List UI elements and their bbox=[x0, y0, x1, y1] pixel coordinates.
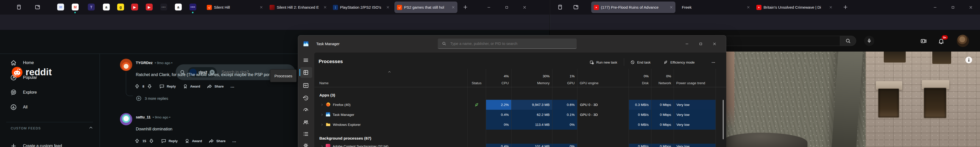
maximize-button[interactable] bbox=[947, 3, 959, 11]
maximize-button[interactable] bbox=[501, 3, 512, 11]
minimize-button[interactable] bbox=[929, 3, 941, 11]
more-options-button[interactable]: … bbox=[232, 139, 237, 143]
tab-close-icon[interactable] bbox=[747, 6, 750, 9]
tab-close-icon[interactable] bbox=[323, 6, 327, 9]
downvote-icon[interactable] bbox=[147, 84, 153, 89]
youtube-search-button[interactable] bbox=[840, 36, 856, 46]
group-header-apps[interactable]: Apps (3) bbox=[319, 93, 335, 98]
task-manager-search-input[interactable] bbox=[450, 41, 567, 46]
column-header-status[interactable]: Status bbox=[468, 81, 486, 85]
expand-chevron-icon[interactable] bbox=[320, 123, 324, 126]
expand-replies-icon[interactable] bbox=[136, 95, 142, 101]
details-icon[interactable] bbox=[303, 131, 309, 137]
tab-preflood-ruins-active[interactable]: (177) Pre-Flood Ruins of Advance bbox=[591, 2, 675, 13]
tab-ps2-games-active[interactable]: PS2 games that still hol bbox=[395, 2, 457, 13]
share-icon[interactable] bbox=[207, 84, 212, 89]
tab-close-icon[interactable] bbox=[670, 6, 673, 9]
upvote-icon[interactable] bbox=[134, 138, 140, 144]
award-icon[interactable] bbox=[184, 138, 190, 144]
processes-icon[interactable] bbox=[303, 70, 309, 76]
tab-silent-hill[interactable]: Silent Hill bbox=[204, 2, 266, 13]
tab-overview-icon[interactable] bbox=[573, 4, 579, 10]
tab-silent-hill-2[interactable]: Silent Hill 2: Enhanced E bbox=[267, 2, 329, 13]
sidebar-item-create-custom-feed[interactable]: Create a custom feed bbox=[0, 139, 99, 147]
tab-close-icon[interactable] bbox=[829, 6, 832, 9]
close-button[interactable] bbox=[519, 3, 530, 11]
more-options-button[interactable]: … bbox=[230, 84, 235, 89]
column-header-cpu[interactable]: CPU bbox=[486, 81, 509, 85]
task-manager-search-box[interactable] bbox=[438, 38, 577, 49]
comment-username[interactable]: TYGRDez bbox=[136, 61, 153, 65]
column-separator[interactable] bbox=[716, 69, 716, 147]
expand-chevron-icon[interactable] bbox=[320, 113, 324, 116]
dots-pinned-tab[interactable]: ··· bbox=[160, 3, 167, 11]
column-header-network[interactable]: Network bbox=[651, 81, 671, 85]
more-replies-label[interactable]: 3 more replies bbox=[145, 96, 168, 101]
new-tab-button[interactable] bbox=[843, 4, 848, 10]
award-button[interactable]: Award bbox=[190, 84, 200, 88]
amazon-pinned-tab[interactable]: a bbox=[103, 3, 110, 11]
sidebar-item-explore[interactable]: Explore bbox=[0, 85, 99, 100]
reply-icon[interactable] bbox=[159, 84, 165, 89]
performance-icon[interactable] bbox=[303, 82, 309, 89]
close-button[interactable] bbox=[965, 3, 977, 11]
process-row-firefox[interactable]: Firefox (40) bbox=[314, 100, 350, 110]
startup-apps-icon[interactable] bbox=[303, 106, 309, 112]
upvote-icon[interactable] bbox=[134, 84, 140, 89]
chevron-up-icon[interactable] bbox=[88, 125, 94, 130]
sidebar-item-home[interactable]: Home bbox=[0, 55, 99, 70]
video-player-2-pinned-tab[interactable]: ▶ bbox=[146, 3, 153, 11]
maximize-button[interactable] bbox=[695, 40, 706, 48]
column-header-disk[interactable]: Disk bbox=[629, 81, 649, 85]
group-header-background[interactable]: Background processes (67) bbox=[319, 136, 371, 141]
voice-search-button[interactable] bbox=[864, 36, 874, 46]
expand-chevron-icon[interactable] bbox=[320, 145, 324, 147]
sidebar-item-all[interactable]: All bbox=[0, 100, 99, 114]
column-header-name[interactable]: Name bbox=[319, 81, 329, 85]
share-button[interactable]: Share bbox=[216, 139, 226, 143]
reply-button[interactable]: Reply bbox=[169, 139, 177, 143]
users-icon[interactable] bbox=[303, 119, 309, 125]
avatar[interactable] bbox=[120, 59, 132, 71]
app-history-icon[interactable] bbox=[303, 95, 309, 101]
more-replies-row[interactable]: 3 more replies bbox=[136, 95, 168, 101]
process-row-windows-explorer[interactable]: Windows Explorer bbox=[314, 120, 361, 130]
award-icon[interactable] bbox=[183, 84, 188, 89]
purple-t-pinned-tab[interactable]: T bbox=[88, 3, 95, 11]
new-tab-button[interactable] bbox=[463, 4, 468, 10]
run-new-task-button[interactable]: Run new task bbox=[589, 59, 617, 66]
column-separator[interactable] bbox=[628, 69, 629, 147]
tab-close-icon[interactable] bbox=[259, 6, 263, 9]
video-info-card-icon[interactable] bbox=[966, 57, 972, 63]
comment-username[interactable]: sattu_11 bbox=[136, 115, 151, 119]
scrollbar-thumb[interactable] bbox=[723, 100, 724, 139]
process-row-task-manager[interactable]: Task Manager bbox=[314, 110, 354, 120]
tab-playstation-isos[interactable]: PlayStation 2/PS2 ISO's bbox=[330, 2, 392, 13]
column-header-memory[interactable]: Memory bbox=[512, 81, 550, 85]
cdk-pinned-tab[interactable]: CDK bbox=[189, 3, 196, 11]
tab-overview-icon[interactable] bbox=[35, 4, 41, 10]
amazon-2-pinned-tab[interactable]: a bbox=[175, 3, 182, 11]
minimize-button[interactable] bbox=[483, 3, 495, 11]
yellow-g-pinned-tab[interactable]: g bbox=[117, 3, 124, 11]
services-icon[interactable] bbox=[303, 142, 309, 147]
video-player-pinned-tab[interactable]: ▶ bbox=[131, 3, 138, 11]
efficiency-mode-button[interactable]: Efficiency mode bbox=[663, 59, 695, 66]
process-row-adobe[interactable]: Adobe Content Synchronizer (32 bit) bbox=[314, 144, 388, 147]
tab-britains-unsolved-crimewave[interactable]: Britain's Unsolved Crimewave | Di bbox=[754, 2, 835, 13]
reply-icon[interactable] bbox=[161, 138, 166, 144]
share-button[interactable]: Share bbox=[215, 84, 224, 88]
create-icon[interactable] bbox=[920, 38, 927, 44]
end-task-button[interactable]: End task bbox=[630, 59, 651, 66]
tab-close-icon[interactable] bbox=[386, 6, 390, 9]
gmail-pinned-tab[interactable]: M bbox=[72, 3, 79, 11]
column-header-gpu[interactable]: GPU bbox=[552, 81, 574, 85]
tab-close-icon[interactable] bbox=[452, 6, 455, 9]
reply-button[interactable]: Reply bbox=[167, 84, 176, 88]
close-button[interactable] bbox=[709, 40, 721, 48]
minimize-button[interactable] bbox=[681, 40, 693, 48]
downvote-icon[interactable] bbox=[149, 138, 154, 144]
mail-pinned-tab[interactable]: ✉ bbox=[57, 3, 64, 11]
award-button[interactable]: Award bbox=[192, 139, 202, 143]
expand-chevron-icon[interactable] bbox=[320, 103, 324, 106]
